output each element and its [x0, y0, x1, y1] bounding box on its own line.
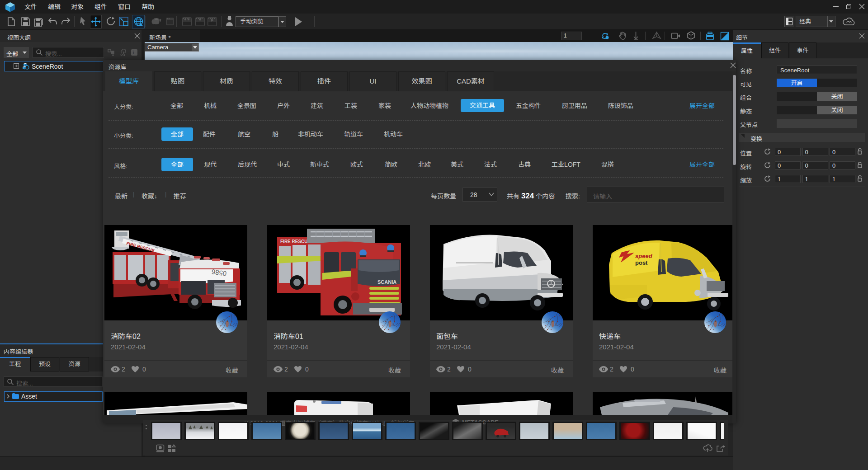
svg-text:i: i [133, 50, 134, 55]
svg-text:FIRE RESCUE: FIRE RESCUE [280, 239, 311, 244]
svg-text:post: post [635, 259, 648, 266]
svg-text:speed: speed [635, 253, 653, 259]
svg-text:SCANIA: SCANIA [377, 279, 396, 285]
